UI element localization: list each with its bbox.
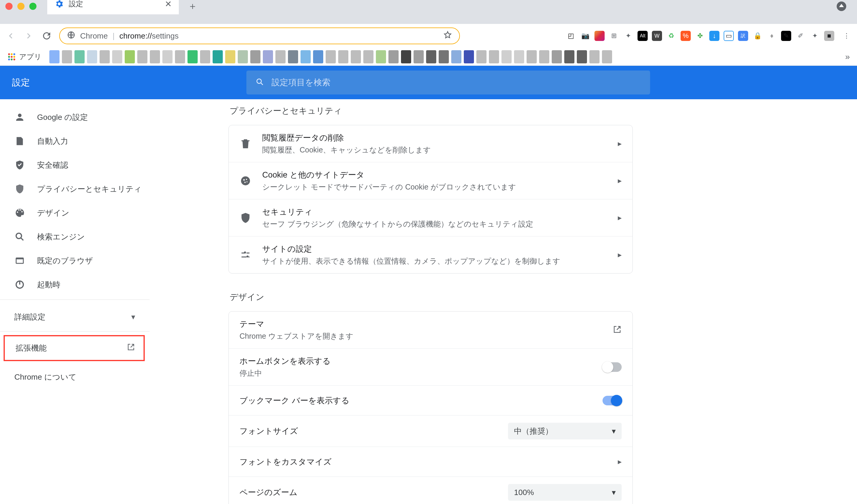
new-tab-button[interactable]: ＋	[188, 0, 197, 13]
bookmark-item[interactable]	[275, 50, 286, 63]
bookmark-item[interactable]	[137, 50, 147, 63]
bookmark-item[interactable]	[426, 50, 436, 63]
bookmark-item[interactable]	[225, 50, 235, 63]
row-site-settings[interactable]: サイトの設定 サイトが使用、表示できる情報（位置情報、カメラ、ポップアップなど）…	[229, 236, 633, 273]
bookmark-item[interactable]	[388, 50, 399, 63]
bookmark-item[interactable]	[288, 50, 298, 63]
extension-icon[interactable]: 訳	[738, 31, 748, 41]
bookmark-item[interactable]	[301, 50, 311, 63]
bookmark-item[interactable]	[539, 50, 549, 63]
bookmark-item[interactable]	[351, 50, 361, 63]
bookmark-item[interactable]	[564, 50, 574, 63]
sidebar-item-safety[interactable]: 安全確認	[0, 153, 150, 177]
sidebar-advanced-toggle[interactable]: 詳細設定 ▾	[0, 303, 150, 328]
back-button[interactable]	[5, 31, 16, 41]
bookmark-item[interactable]	[464, 50, 474, 63]
bookmark-item[interactable]	[489, 50, 499, 63]
settings-search[interactable]	[247, 70, 650, 95]
bookmark-item[interactable]	[414, 50, 424, 63]
bookmark-item[interactable]	[338, 50, 348, 63]
bookmark-item[interactable]	[187, 50, 198, 63]
extension-icon[interactable]: 🔒	[752, 31, 762, 41]
bookmark-item[interactable]	[125, 50, 135, 63]
bookmark-item[interactable]	[451, 50, 461, 63]
bookmark-item[interactable]	[363, 50, 373, 63]
extension-icon[interactable]: ♦	[767, 31, 777, 41]
profile-avatar[interactable]: ■	[824, 31, 834, 41]
window-close-button[interactable]	[5, 3, 13, 10]
bookmark-item[interactable]	[502, 50, 511, 63]
bookmark-item[interactable]	[263, 50, 273, 63]
sidebar-item-autofill[interactable]: 自動入力	[0, 129, 150, 153]
bookmark-item[interactable]	[577, 50, 587, 63]
bookmark-item[interactable]	[552, 50, 562, 63]
bookmark-item[interactable]	[589, 50, 600, 63]
extension-icon[interactable]: 📷	[580, 31, 590, 41]
sidebar-item-onstartup[interactable]: 起動時	[0, 273, 150, 297]
row-customize-fonts[interactable]: フォントをカスタマイズ ▸	[229, 447, 633, 476]
extensions-menu-icon[interactable]: ✦	[810, 31, 820, 41]
bookmark-item[interactable]	[326, 50, 336, 63]
search-input[interactable]	[271, 78, 641, 87]
bookmark-item[interactable]	[376, 50, 386, 63]
extension-icon[interactable]: Alt	[638, 31, 648, 41]
extension-icon[interactable]: ⊞	[609, 31, 619, 41]
bookmark-item[interactable]	[175, 50, 185, 63]
extension-icon[interactable]: W	[652, 31, 662, 41]
bookmark-item[interactable]	[514, 50, 524, 63]
bookmark-item[interactable]	[313, 50, 323, 63]
bookmark-item[interactable]	[62, 50, 72, 63]
extension-icon[interactable]: ✐	[795, 31, 806, 41]
window-zoom-button[interactable]	[29, 3, 36, 10]
bookmark-item[interactable]	[200, 50, 210, 63]
bookmark-item[interactable]	[213, 50, 223, 63]
sidebar-item-search[interactable]: 検索エンジン	[0, 225, 150, 249]
bookmark-item[interactable]	[87, 50, 97, 63]
extension-icon[interactable]: ✤	[695, 31, 705, 41]
bookmark-item[interactable]	[250, 50, 261, 63]
chrome-menu-button[interactable]: ⋮	[841, 31, 852, 41]
extension-icon[interactable]: ▭	[724, 31, 734, 41]
extension-icon[interactable]: ✦	[623, 31, 633, 41]
home-button-toggle[interactable]	[603, 362, 622, 372]
extension-icon[interactable]: ✎	[781, 31, 791, 41]
font-size-select[interactable]: 中（推奨） ▾	[508, 423, 622, 439]
bookmark-item[interactable]	[74, 50, 85, 63]
bookmarks-bar-toggle[interactable]	[603, 396, 622, 405]
bookmark-item[interactable]	[112, 50, 122, 63]
incognito-icon[interactable]	[837, 1, 846, 11]
bookmark-item[interactable]	[476, 50, 487, 63]
bookmark-item[interactable]	[150, 50, 160, 63]
row-cookies[interactable]: Cookie と他のサイトデータ シークレット モードでサードパーティの Coo…	[229, 162, 633, 199]
window-minimize-button[interactable]	[17, 3, 24, 10]
bookmark-item[interactable]	[526, 50, 537, 63]
extension-icon[interactable]: ♻	[666, 31, 676, 41]
bookmark-item[interactable]	[439, 50, 449, 63]
bookmark-overflow-button[interactable]: »	[845, 52, 850, 62]
browser-tab[interactable]: 設定 ✕	[47, 0, 179, 14]
extension-icon[interactable]: %	[680, 31, 691, 41]
sidebar-item-privacy[interactable]: プライバシーとセキュリティ	[0, 177, 150, 201]
bookmark-item[interactable]	[100, 50, 110, 63]
sidebar-item-google[interactable]: Google の設定	[0, 105, 150, 129]
row-clear-browsing-data[interactable]: 閲覧履歴データの削除 閲覧履歴、Cookie、キャッシュなどを削除します ▸	[229, 125, 633, 162]
forward-button[interactable]	[23, 31, 34, 41]
row-theme[interactable]: テーマ Chrome ウェブストアを開きます	[229, 312, 633, 348]
bookmark-item[interactable]	[238, 50, 248, 63]
apps-button[interactable]: アプリ	[7, 52, 41, 62]
bookmark-item[interactable]	[401, 50, 411, 63]
bookmark-item[interactable]	[162, 50, 172, 63]
address-bar[interactable]: Chrome | chrome://settings	[59, 28, 460, 44]
close-tab-button[interactable]: ✕	[165, 0, 172, 9]
extension-icon[interactable]: ◰	[566, 31, 576, 41]
sidebar-item-about[interactable]: Chrome について	[0, 365, 150, 389]
bookmark-item[interactable]	[602, 50, 612, 63]
row-security[interactable]: セキュリティ セーフ ブラウジング（危険なサイトからの保護機能）などのセキュリテ…	[229, 199, 633, 236]
page-zoom-select[interactable]: 100% ▾	[508, 484, 622, 501]
site-info-icon[interactable]	[67, 31, 75, 41]
bookmark-item[interactable]	[49, 50, 60, 63]
bookmark-star-icon[interactable]	[443, 31, 452, 41]
extension-icon[interactable]	[594, 31, 605, 41]
reload-button[interactable]	[41, 31, 52, 41]
sidebar-item-default-browser[interactable]: 既定のブラウザ	[0, 249, 150, 273]
